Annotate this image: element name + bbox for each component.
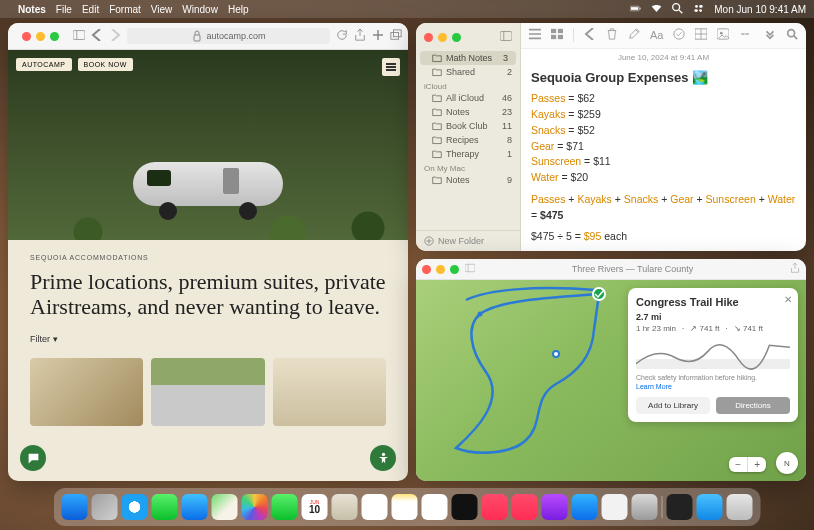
close-icon[interactable]: ✕ bbox=[784, 294, 792, 305]
maps-share-icon[interactable] bbox=[790, 263, 800, 275]
book-now-button[interactable]: BOOK NOW bbox=[78, 58, 133, 71]
dock-messages-icon[interactable] bbox=[152, 494, 178, 520]
svg-point-32 bbox=[593, 288, 605, 300]
map-canvas[interactable]: ✕ Congress Trail Hike 2.7 mi 1 hr 23 min… bbox=[416, 280, 806, 481]
dock-photos-icon[interactable] bbox=[242, 494, 268, 520]
desktop: Notes File Edit Format View Window Help … bbox=[0, 0, 814, 530]
thumbnail-card[interactable] bbox=[151, 358, 264, 426]
address-bar[interactable]: autocamp.com bbox=[127, 28, 330, 44]
sidebar-toggle-icon[interactable] bbox=[73, 29, 85, 43]
thumbnail-card[interactable] bbox=[30, 358, 143, 426]
zoom-button[interactable] bbox=[50, 32, 59, 41]
menu-view[interactable]: View bbox=[151, 4, 173, 15]
menu-window[interactable]: Window bbox=[182, 4, 218, 15]
search-icon[interactable] bbox=[672, 3, 683, 16]
thumbnail-card[interactable] bbox=[273, 358, 386, 426]
reload-icon[interactable] bbox=[336, 29, 348, 43]
tabs-icon[interactable] bbox=[390, 29, 402, 43]
checklist-icon[interactable] bbox=[673, 28, 685, 42]
close-button[interactable] bbox=[422, 265, 431, 274]
dock-contacts-icon[interactable] bbox=[332, 494, 358, 520]
zoom-button[interactable] bbox=[450, 265, 459, 274]
sidebar-folder[interactable]: Book Club11 bbox=[416, 119, 520, 133]
back-icon[interactable] bbox=[91, 29, 103, 43]
svg-rect-7 bbox=[695, 9, 698, 12]
menu-help[interactable]: Help bbox=[228, 4, 249, 15]
menu-format[interactable]: Format bbox=[109, 4, 141, 15]
dock-music-icon[interactable] bbox=[482, 494, 508, 520]
svg-point-3 bbox=[673, 3, 680, 10]
trash-icon[interactable] bbox=[606, 28, 618, 42]
dock-downloads-icon[interactable] bbox=[697, 494, 723, 520]
link-icon[interactable] bbox=[739, 28, 751, 42]
map-zoom-control[interactable]: −+ bbox=[729, 457, 766, 472]
add-to-library-button[interactable]: Add to Library bbox=[636, 397, 710, 414]
close-button[interactable] bbox=[424, 33, 433, 42]
minimize-button[interactable] bbox=[436, 265, 445, 274]
zoom-in-button[interactable]: + bbox=[748, 457, 766, 472]
dock-settings-icon[interactable] bbox=[632, 494, 658, 520]
menu-file[interactable]: File bbox=[56, 4, 72, 15]
sidebar-toggle-icon[interactable] bbox=[500, 30, 512, 44]
minimize-button[interactable] bbox=[36, 32, 45, 41]
dock-podcasts-icon[interactable] bbox=[542, 494, 568, 520]
dock-facetime-icon[interactable] bbox=[272, 494, 298, 520]
dock-maps-icon[interactable] bbox=[212, 494, 238, 520]
search-icon[interactable] bbox=[786, 28, 798, 42]
menubar-clock[interactable]: Mon Jun 10 9:41 AM bbox=[714, 4, 806, 15]
sidebar-folder[interactable]: Recipes8 bbox=[416, 133, 520, 147]
menu-edit[interactable]: Edit bbox=[82, 4, 99, 15]
brand-logo[interactable]: AUTOCAMP bbox=[16, 58, 72, 71]
dock-reminders-icon[interactable] bbox=[362, 494, 388, 520]
sidebar-folder[interactable]: Math Notes3 bbox=[420, 51, 516, 65]
dock-launchpad-icon[interactable] bbox=[92, 494, 118, 520]
more-icon[interactable] bbox=[764, 28, 776, 42]
control-center-icon[interactable] bbox=[693, 3, 704, 16]
battery-icon[interactable] bbox=[630, 3, 641, 16]
dock-finder-icon[interactable] bbox=[62, 494, 88, 520]
sidebar-folder[interactable]: Notes9 bbox=[416, 173, 520, 187]
sidebar-folder[interactable]: All iCloud46 bbox=[416, 91, 520, 105]
dock-appstore-icon[interactable] bbox=[572, 494, 598, 520]
list-view-icon[interactable] bbox=[529, 28, 541, 42]
compose-icon[interactable] bbox=[628, 28, 640, 42]
note-body[interactable]: Sequoia Group Expenses 🏞️ Passes = $62Ka… bbox=[521, 66, 806, 251]
zoom-button[interactable] bbox=[452, 33, 461, 42]
directions-button[interactable]: Directions bbox=[716, 397, 790, 414]
share-icon[interactable] bbox=[354, 29, 366, 43]
forward-icon[interactable] bbox=[109, 29, 121, 43]
chat-fab[interactable] bbox=[20, 445, 46, 471]
learn-more-link[interactable]: Learn More bbox=[636, 383, 672, 390]
hamburger-menu-button[interactable] bbox=[382, 58, 400, 76]
format-icon[interactable]: Aa bbox=[650, 29, 663, 41]
dock-notes-icon[interactable] bbox=[392, 494, 418, 520]
sidebar-folder[interactable]: Notes23 bbox=[416, 105, 520, 119]
dock-tv-icon[interactable] bbox=[452, 494, 478, 520]
new-tab-icon[interactable] bbox=[372, 29, 384, 43]
gallery-view-icon[interactable] bbox=[551, 28, 563, 42]
dock-freeform-icon[interactable] bbox=[422, 494, 448, 520]
wifi-icon[interactable] bbox=[651, 3, 662, 16]
sidebar-toggle-icon[interactable] bbox=[465, 263, 475, 275]
compass-control[interactable]: N bbox=[776, 452, 798, 474]
sidebar-folder[interactable]: Shared2 bbox=[416, 65, 520, 79]
back-icon[interactable] bbox=[584, 28, 596, 42]
dock-safari-icon[interactable] bbox=[122, 494, 148, 520]
dock-calendar-icon[interactable]: JUN10 bbox=[302, 494, 328, 520]
sidebar-folder[interactable]: Therapy1 bbox=[416, 147, 520, 161]
dock-mail-icon[interactable] bbox=[182, 494, 208, 520]
dock-iphone-mirror-icon[interactable] bbox=[667, 494, 693, 520]
filter-button[interactable]: Filter ▾ bbox=[30, 334, 386, 344]
accessibility-fab[interactable] bbox=[370, 445, 396, 471]
dock-trash-icon[interactable] bbox=[727, 494, 753, 520]
zoom-out-button[interactable]: − bbox=[729, 457, 748, 472]
new-folder-button[interactable]: New Folder bbox=[416, 230, 520, 251]
table-icon[interactable] bbox=[695, 28, 707, 42]
notes-sidebar: Math Notes3Shared2iCloudAll iCloud46Note… bbox=[416, 23, 521, 251]
minimize-button[interactable] bbox=[438, 33, 447, 42]
dock-news-icon[interactable] bbox=[512, 494, 538, 520]
menubar-app[interactable]: Notes bbox=[18, 4, 46, 15]
close-button[interactable] bbox=[22, 32, 31, 41]
media-icon[interactable] bbox=[717, 28, 729, 42]
dock-passwords-icon[interactable] bbox=[602, 494, 628, 520]
